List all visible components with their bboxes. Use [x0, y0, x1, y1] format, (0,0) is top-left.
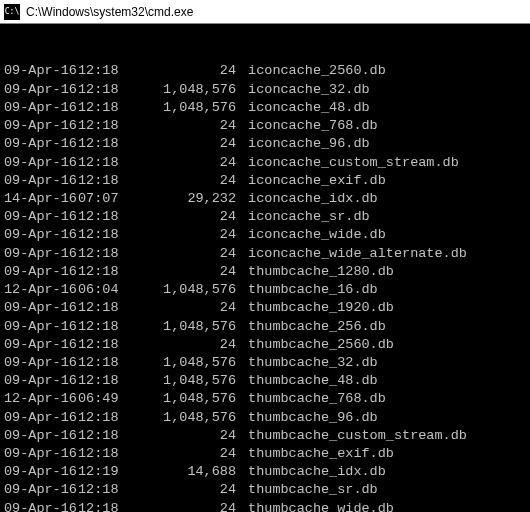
list-item: 09-Apr-1612:1824 iconcache_wide.db: [4, 226, 526, 244]
file-time: 12:18: [78, 427, 132, 445]
file-name: iconcache_exif.db: [240, 172, 386, 190]
file-size: 1,048,576: [132, 372, 240, 390]
file-name: thumbcache_96.db: [240, 409, 378, 427]
file-time: 12:18: [78, 154, 132, 172]
file-name: thumbcache_256.db: [240, 318, 386, 336]
file-date: 09-Apr-16: [4, 463, 78, 481]
file-date: 14-Apr-16: [4, 190, 78, 208]
file-size: 24: [132, 245, 240, 263]
file-name: thumbcache_768.db: [240, 390, 386, 408]
list-item: 09-Apr-1612:1824 iconcache_wide_alternat…: [4, 245, 526, 263]
file-name: iconcache_wide.db: [240, 226, 386, 244]
list-item: 09-Apr-1612:1824 thumbcache_2560.db: [4, 336, 526, 354]
file-date: 09-Apr-16: [4, 336, 78, 354]
list-item: 09-Apr-1612:1824 thumbcache_exif.db: [4, 445, 526, 463]
file-time: 12:18: [78, 226, 132, 244]
file-time: 12:18: [78, 336, 132, 354]
file-name: iconcache_custom_stream.db: [240, 154, 459, 172]
list-item: 09-Apr-1612:1824 iconcache_768.db: [4, 117, 526, 135]
file-size: 14,688: [132, 463, 240, 481]
file-size: 29,232: [132, 190, 240, 208]
list-item: 09-Apr-1612:1824 iconcache_sr.db: [4, 208, 526, 226]
file-date: 12-Apr-16: [4, 390, 78, 408]
list-item: 12-Apr-1606:491,048,576 thumbcache_768.d…: [4, 390, 526, 408]
file-size: 1,048,576: [132, 318, 240, 336]
file-name: thumbcache_16.db: [240, 281, 378, 299]
file-name: thumbcache_wide.db: [240, 500, 394, 512]
list-item: 09-Apr-1612:181,048,576 thumbcache_256.d…: [4, 318, 526, 336]
file-date: 12-Apr-16: [4, 281, 78, 299]
file-name: iconcache_96.db: [240, 135, 370, 153]
file-size: 24: [132, 500, 240, 512]
file-date: 09-Apr-16: [4, 409, 78, 427]
file-date: 09-Apr-16: [4, 135, 78, 153]
list-item: 09-Apr-1612:1824 iconcache_2560.db: [4, 62, 526, 80]
file-name: thumbcache_48.db: [240, 372, 378, 390]
file-time: 12:18: [78, 263, 132, 281]
file-date: 09-Apr-16: [4, 245, 78, 263]
file-time: 12:18: [78, 481, 132, 499]
file-date: 09-Apr-16: [4, 172, 78, 190]
file-name: iconcache_wide_alternate.db: [240, 245, 467, 263]
file-date: 09-Apr-16: [4, 318, 78, 336]
file-name: thumbcache_1280.db: [240, 263, 394, 281]
file-name: iconcache_idx.db: [240, 190, 378, 208]
file-time: 06:49: [78, 390, 132, 408]
file-name: thumbcache_custom_stream.db: [240, 427, 467, 445]
file-date: 09-Apr-16: [4, 263, 78, 281]
list-item: 09-Apr-1612:1824 thumbcache_custom_strea…: [4, 427, 526, 445]
file-name: iconcache_768.db: [240, 117, 378, 135]
file-size: 24: [132, 481, 240, 499]
file-date: 09-Apr-16: [4, 81, 78, 99]
file-date: 09-Apr-16: [4, 427, 78, 445]
file-size: 24: [132, 336, 240, 354]
file-size: 1,048,576: [132, 81, 240, 99]
file-size: 1,048,576: [132, 281, 240, 299]
file-size: 24: [132, 62, 240, 80]
file-name: thumbcache_idx.db: [240, 463, 386, 481]
list-item: 09-Apr-1612:181,048,576 iconcache_32.db: [4, 81, 526, 99]
window-titlebar: C:\ C:\Windows\system32\cmd.exe: [0, 0, 530, 24]
list-item: 09-Apr-1612:181,048,576 thumbcache_96.db: [4, 409, 526, 427]
file-time: 06:04: [78, 281, 132, 299]
list-item: 09-Apr-1612:181,048,576 thumbcache_48.db: [4, 372, 526, 390]
file-time: 12:18: [78, 62, 132, 80]
file-size: 24: [132, 226, 240, 244]
file-time: 12:18: [78, 318, 132, 336]
file-size: 24: [132, 427, 240, 445]
list-item: 12-Apr-1606:041,048,576 thumbcache_16.db: [4, 281, 526, 299]
file-date: 09-Apr-16: [4, 154, 78, 172]
file-date: 09-Apr-16: [4, 354, 78, 372]
file-time: 12:18: [78, 117, 132, 135]
file-size: 1,048,576: [132, 409, 240, 427]
file-size: 1,048,576: [132, 390, 240, 408]
list-item: 09-Apr-1612:1824 iconcache_96.db: [4, 135, 526, 153]
file-size: 24: [132, 445, 240, 463]
file-date: 09-Apr-16: [4, 226, 78, 244]
file-date: 09-Apr-16: [4, 481, 78, 499]
file-date: 09-Apr-16: [4, 299, 78, 317]
list-item: 09-Apr-1612:1824 thumbcache_1280.db: [4, 263, 526, 281]
file-time: 12:18: [78, 208, 132, 226]
file-date: 09-Apr-16: [4, 99, 78, 117]
file-name: thumbcache_2560.db: [240, 336, 394, 354]
list-item: 09-Apr-1612:1824 thumbcache_sr.db: [4, 481, 526, 499]
file-name: thumbcache_32.db: [240, 354, 378, 372]
file-size: 24: [132, 135, 240, 153]
file-name: iconcache_32.db: [240, 81, 370, 99]
file-time: 07:07: [78, 190, 132, 208]
file-name: thumbcache_exif.db: [240, 445, 394, 463]
dir-listing: 09-Apr-1612:1824 iconcache_2560.db09-Apr…: [4, 62, 526, 512]
terminal-output[interactable]: 09-Apr-1612:1824 iconcache_2560.db09-Apr…: [0, 24, 530, 512]
file-size: 24: [132, 154, 240, 172]
file-time: 12:18: [78, 372, 132, 390]
file-time: 12:18: [78, 500, 132, 512]
list-item: 09-Apr-1612:181,048,576 thumbcache_32.db: [4, 354, 526, 372]
file-name: thumbcache_sr.db: [240, 481, 378, 499]
file-name: iconcache_sr.db: [240, 208, 370, 226]
list-item: 14-Apr-1607:0729,232 iconcache_idx.db: [4, 190, 526, 208]
file-time: 12:18: [78, 81, 132, 99]
file-date: 09-Apr-16: [4, 445, 78, 463]
file-time: 12:19: [78, 463, 132, 481]
file-name: iconcache_48.db: [240, 99, 370, 117]
